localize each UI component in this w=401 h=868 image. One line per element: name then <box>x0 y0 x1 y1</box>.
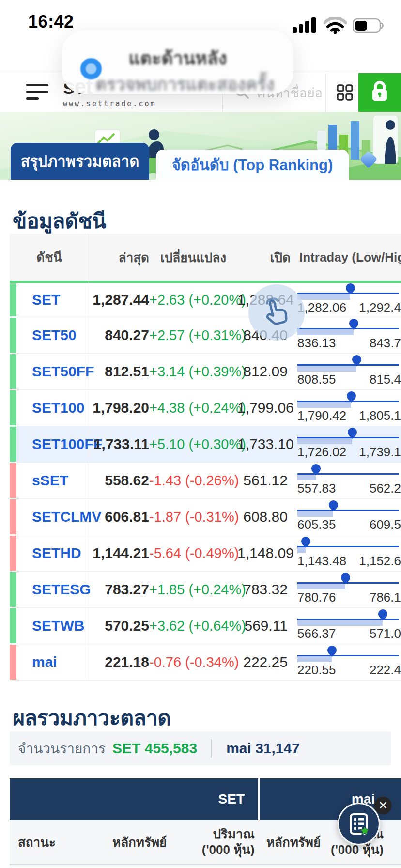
index-table-row[interactable]: SET50 840.27 +2.57 (+0.31%) 840.40 836.1… <box>10 317 401 354</box>
intraday-range-chart: 780.76 786.1 <box>297 572 401 608</box>
close-icon: ✕ <box>378 799 388 812</box>
open-value: 1,148.09 <box>237 545 288 561</box>
low-value: 1,282.06 <box>297 300 346 315</box>
index-name-link[interactable]: SET <box>16 282 89 318</box>
range-fill <box>297 584 345 589</box>
range-fill <box>297 329 354 335</box>
high-value: 786.1 <box>370 590 401 605</box>
lock-icon <box>370 80 390 105</box>
low-value: 605.35 <box>297 517 336 532</box>
col-last: ล่าสุด <box>89 248 149 267</box>
intraday-range-chart: 557.83 562.2 <box>297 463 401 499</box>
last-value: 1,144.21 <box>89 545 149 561</box>
index-table-row[interactable]: mai 221.18 -0.76 (-0.34%) 222.25 220.55 … <box>10 644 401 681</box>
range-fill <box>297 620 383 626</box>
index-table-row[interactable]: SET 1,287.44 +2.63 (+0.20%) 1,288.64 1,2… <box>10 281 401 317</box>
intraday-range-chart: 1,143.48 1,152.6 <box>297 535 401 572</box>
range-fill <box>297 402 351 408</box>
range-fill <box>297 366 356 372</box>
last-value: 570.25 <box>89 618 149 634</box>
col-symbol-mai: หลักทรัพย์ <box>263 832 324 852</box>
last-value: 783.27 <box>89 581 149 598</box>
toast-subtitle: ตรวจพบการแตะสองครั้ง <box>77 71 293 97</box>
index-table-row[interactable]: SET100FF 1,733.11 +5.10 (+0.30%) 1,733.1… <box>10 426 401 463</box>
last-value: 1,798.20 <box>89 400 149 416</box>
index-table-row[interactable]: SETCLMV 606.81 -1.87 (-0.31%) 608.80 605… <box>10 499 401 535</box>
change-value: +4.38 (+0.24%) <box>149 400 237 416</box>
low-value: 780.76 <box>297 590 336 605</box>
range-fill <box>297 438 352 444</box>
high-value: 222.4 <box>370 663 401 678</box>
battery-icon <box>353 17 385 36</box>
index-name-link[interactable]: SETHD <box>16 535 89 571</box>
open-value: 569.11 <box>237 618 288 634</box>
col-status: สถานะ <box>10 832 85 852</box>
change-value: +2.63 (+0.20%) <box>149 292 237 308</box>
index-name-link[interactable]: SETCLMV <box>16 499 89 535</box>
high-value: 1,292.4 <box>359 300 401 315</box>
low-value: 557.83 <box>297 481 336 496</box>
range-fill <box>297 511 333 517</box>
intraday-range-chart: 605.35 609.5 <box>297 499 401 535</box>
range-fill <box>297 475 316 480</box>
market-section-title: ผลรวมภาวะตลาด <box>13 701 171 734</box>
index-table-row[interactable]: sSET 558.62 -1.43 (-0.26%) 561.12 557.83… <box>10 463 401 499</box>
change-value: +3.62 (+0.64%) <box>149 618 237 634</box>
index-table-row[interactable]: SETWB 570.25 +3.62 (+0.64%) 569.11 566.3… <box>10 608 401 644</box>
logo-url: www.settrade.com <box>63 99 156 108</box>
tab-label: สรุปภาพรวมตลาด <box>21 149 139 173</box>
index-table-row[interactable]: SET100 1,798.20 +4.38 (+0.24%) 1,799.06 … <box>10 390 401 426</box>
change-value: +2.57 (+0.31%) <box>149 327 237 343</box>
index-name-link[interactable]: sSET <box>16 463 89 498</box>
last-value: 840.27 <box>89 327 149 343</box>
index-name-link[interactable]: SET100 <box>16 390 89 426</box>
tap-indicator <box>248 284 305 341</box>
high-value: 1,152.6 <box>359 554 401 569</box>
intraday-range-chart: 1,726.02 1,739.1 <box>297 426 401 463</box>
high-value: 843.7 <box>370 336 401 351</box>
last-value: 812.51 <box>89 363 149 380</box>
cellular-signal-icon <box>293 17 318 36</box>
change-value: -1.87 (-0.31%) <box>149 509 237 525</box>
change-value: -5.64 (-0.49%) <box>149 545 237 561</box>
low-value: 836.13 <box>297 336 336 351</box>
phone-screen: 16:42 <box>0 0 401 868</box>
menu-button[interactable] <box>26 84 48 101</box>
watchlist-fab[interactable] <box>338 803 380 845</box>
summary-divider <box>211 739 212 758</box>
intraday-range-chart: 220.55 222.4 <box>297 644 401 681</box>
range-fill <box>297 547 306 553</box>
index-table-row[interactable]: SET50FF 812.51 +3.14 (+0.39%) 812.09 808… <box>10 354 401 390</box>
range-track <box>297 546 399 547</box>
open-value: 608.80 <box>237 509 288 525</box>
index-name-link[interactable]: SETWB <box>16 608 89 644</box>
index-name-link[interactable]: SETESG <box>16 572 89 607</box>
index-table-row[interactable]: SETESG 783.27 +1.85 (+0.24%) 783.32 780.… <box>10 572 401 608</box>
col-open: เปิด <box>237 248 291 267</box>
open-value: 561.12 <box>237 472 288 489</box>
transactions-label: จำนวนรายการ <box>18 738 106 759</box>
tab-top-ranking[interactable]: จัดอันดับ (Top Ranking) <box>156 150 349 180</box>
index-table-row[interactable]: SETHD 1,144.21 -5.64 (-0.49%) 1,148.09 1… <box>10 535 401 572</box>
index-name-link[interactable]: SET50FF <box>16 354 89 389</box>
low-value: 566.37 <box>297 626 336 641</box>
intraday-range-chart: 836.13 843.7 <box>297 317 401 354</box>
low-value: 1,726.02 <box>297 445 346 460</box>
login-lock-button[interactable] <box>358 73 401 112</box>
index-name-link[interactable]: SET100FF <box>16 426 89 462</box>
change-value: +5.10 (+0.30%) <box>149 436 237 452</box>
intraday-range-chart: 808.55 815.4 <box>297 354 401 390</box>
high-value: 815.4 <box>370 372 401 387</box>
index-name-link[interactable]: SET50 <box>16 317 89 353</box>
index-name-link[interactable]: mai <box>16 644 89 680</box>
tab-market-summary[interactable]: สรุปภาพรวมตลาด <box>11 143 149 180</box>
tab-label: จัดอันดับ (Top Ranking) <box>172 153 333 177</box>
open-value: 1,733.10 <box>237 436 288 452</box>
high-value: 562.2 <box>370 481 401 496</box>
open-value: 222.25 <box>237 654 288 670</box>
col-symbol-set: หลักทรัพย์ <box>85 832 194 852</box>
fab-close-button[interactable]: ✕ <box>374 797 392 814</box>
col-volume-set: ปริมาณ ('000 หุ้น) <box>194 827 262 857</box>
apps-grid-button[interactable] <box>331 73 358 112</box>
back-tap-toast[interactable]: แตะด้านหลัง ตรวจพบการแตะสองครั้ง <box>62 30 293 94</box>
